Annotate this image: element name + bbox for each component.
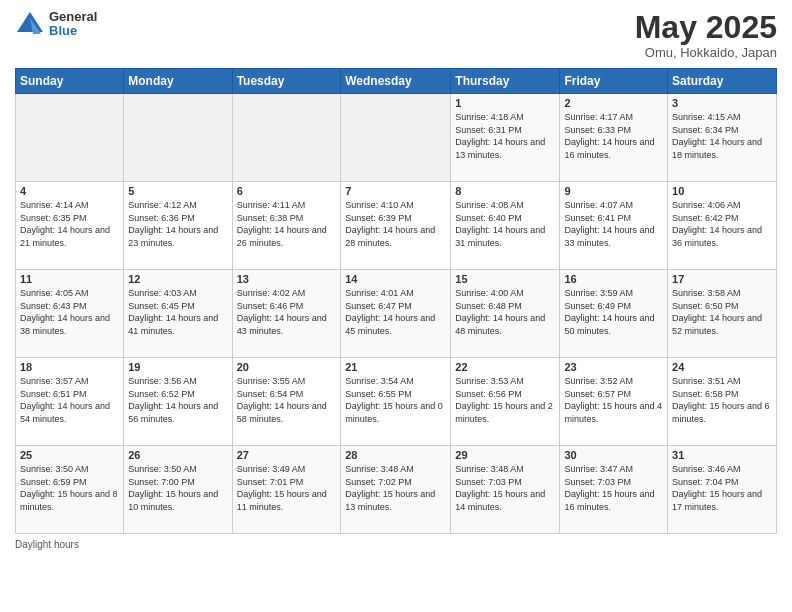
day-info: Sunrise: 4:15 AMSunset: 6:34 PMDaylight:… xyxy=(672,111,772,161)
day-cell-1: 1Sunrise: 4:18 AMSunset: 6:31 PMDaylight… xyxy=(451,94,560,182)
day-number: 20 xyxy=(237,361,337,373)
day-cell-27: 27Sunrise: 3:49 AMSunset: 7:01 PMDayligh… xyxy=(232,446,341,534)
day-cell-22: 22Sunrise: 3:53 AMSunset: 6:56 PMDayligh… xyxy=(451,358,560,446)
day-number: 1 xyxy=(455,97,555,109)
day-info: Sunrise: 3:49 AMSunset: 7:01 PMDaylight:… xyxy=(237,463,337,513)
day-info: Sunrise: 4:00 AMSunset: 6:48 PMDaylight:… xyxy=(455,287,555,337)
weekday-header-tuesday: Tuesday xyxy=(232,69,341,94)
day-number: 18 xyxy=(20,361,119,373)
calendar-title: May 2025 xyxy=(635,10,777,45)
weekday-header-thursday: Thursday xyxy=(451,69,560,94)
day-number: 22 xyxy=(455,361,555,373)
day-cell-20: 20Sunrise: 3:55 AMSunset: 6:54 PMDayligh… xyxy=(232,358,341,446)
day-info: Sunrise: 3:58 AMSunset: 6:50 PMDaylight:… xyxy=(672,287,772,337)
day-cell-4: 4Sunrise: 4:14 AMSunset: 6:35 PMDaylight… xyxy=(16,182,124,270)
daylight-label: Daylight hours xyxy=(15,539,79,550)
header: General Blue May 2025 Omu, Hokkaido, Jap… xyxy=(15,10,777,60)
day-info: Sunrise: 4:12 AMSunset: 6:36 PMDaylight:… xyxy=(128,199,227,249)
day-info: Sunrise: 4:07 AMSunset: 6:41 PMDaylight:… xyxy=(564,199,663,249)
day-cell-13: 13Sunrise: 4:02 AMSunset: 6:46 PMDayligh… xyxy=(232,270,341,358)
day-info: Sunrise: 3:50 AMSunset: 7:00 PMDaylight:… xyxy=(128,463,227,513)
day-number: 6 xyxy=(237,185,337,197)
day-info: Sunrise: 3:54 AMSunset: 6:55 PMDaylight:… xyxy=(345,375,446,425)
calendar-table: SundayMondayTuesdayWednesdayThursdayFrid… xyxy=(15,68,777,534)
title-block: May 2025 Omu, Hokkaido, Japan xyxy=(635,10,777,60)
day-cell-16: 16Sunrise: 3:59 AMSunset: 6:49 PMDayligh… xyxy=(560,270,668,358)
day-info: Sunrise: 4:08 AMSunset: 6:40 PMDaylight:… xyxy=(455,199,555,249)
day-info: Sunrise: 4:02 AMSunset: 6:46 PMDaylight:… xyxy=(237,287,337,337)
day-info: Sunrise: 4:17 AMSunset: 6:33 PMDaylight:… xyxy=(564,111,663,161)
logo: General Blue xyxy=(15,10,97,39)
day-cell-12: 12Sunrise: 4:03 AMSunset: 6:45 PMDayligh… xyxy=(124,270,232,358)
svg-marker-0 xyxy=(17,12,43,32)
day-number: 8 xyxy=(455,185,555,197)
day-info: Sunrise: 3:53 AMSunset: 6:56 PMDaylight:… xyxy=(455,375,555,425)
day-number: 26 xyxy=(128,449,227,461)
day-cell-2: 2Sunrise: 4:17 AMSunset: 6:33 PMDaylight… xyxy=(560,94,668,182)
day-number: 10 xyxy=(672,185,772,197)
day-info: Sunrise: 3:59 AMSunset: 6:49 PMDaylight:… xyxy=(564,287,663,337)
day-cell-26: 26Sunrise: 3:50 AMSunset: 7:00 PMDayligh… xyxy=(124,446,232,534)
day-cell-empty-0-1 xyxy=(124,94,232,182)
logo-blue-text: Blue xyxy=(49,24,97,38)
day-info: Sunrise: 3:56 AMSunset: 6:52 PMDaylight:… xyxy=(128,375,227,425)
day-cell-6: 6Sunrise: 4:11 AMSunset: 6:38 PMDaylight… xyxy=(232,182,341,270)
day-cell-31: 31Sunrise: 3:46 AMSunset: 7:04 PMDayligh… xyxy=(668,446,777,534)
day-cell-19: 19Sunrise: 3:56 AMSunset: 6:52 PMDayligh… xyxy=(124,358,232,446)
day-cell-8: 8Sunrise: 4:08 AMSunset: 6:40 PMDaylight… xyxy=(451,182,560,270)
day-cell-empty-0-0 xyxy=(16,94,124,182)
week-row-3: 11Sunrise: 4:05 AMSunset: 6:43 PMDayligh… xyxy=(16,270,777,358)
weekday-header-monday: Monday xyxy=(124,69,232,94)
weekday-header-saturday: Saturday xyxy=(668,69,777,94)
day-cell-5: 5Sunrise: 4:12 AMSunset: 6:36 PMDaylight… xyxy=(124,182,232,270)
day-number: 27 xyxy=(237,449,337,461)
logo-general-text: General xyxy=(49,10,97,24)
day-info: Sunrise: 4:18 AMSunset: 6:31 PMDaylight:… xyxy=(455,111,555,161)
day-number: 19 xyxy=(128,361,227,373)
day-number: 29 xyxy=(455,449,555,461)
day-number: 7 xyxy=(345,185,446,197)
day-info: Sunrise: 3:52 AMSunset: 6:57 PMDaylight:… xyxy=(564,375,663,425)
day-info: Sunrise: 3:55 AMSunset: 6:54 PMDaylight:… xyxy=(237,375,337,425)
day-number: 25 xyxy=(20,449,119,461)
day-cell-24: 24Sunrise: 3:51 AMSunset: 6:58 PMDayligh… xyxy=(668,358,777,446)
day-cell-15: 15Sunrise: 4:00 AMSunset: 6:48 PMDayligh… xyxy=(451,270,560,358)
day-cell-14: 14Sunrise: 4:01 AMSunset: 6:47 PMDayligh… xyxy=(341,270,451,358)
day-info: Sunrise: 4:10 AMSunset: 6:39 PMDaylight:… xyxy=(345,199,446,249)
day-cell-29: 29Sunrise: 3:48 AMSunset: 7:03 PMDayligh… xyxy=(451,446,560,534)
weekday-header-row: SundayMondayTuesdayWednesdayThursdayFrid… xyxy=(16,69,777,94)
day-info: Sunrise: 3:48 AMSunset: 7:03 PMDaylight:… xyxy=(455,463,555,513)
day-number: 23 xyxy=(564,361,663,373)
footer: Daylight hours xyxy=(15,539,777,550)
day-number: 4 xyxy=(20,185,119,197)
day-info: Sunrise: 3:48 AMSunset: 7:02 PMDaylight:… xyxy=(345,463,446,513)
day-info: Sunrise: 3:57 AMSunset: 6:51 PMDaylight:… xyxy=(20,375,119,425)
day-number: 24 xyxy=(672,361,772,373)
week-row-2: 4Sunrise: 4:14 AMSunset: 6:35 PMDaylight… xyxy=(16,182,777,270)
day-info: Sunrise: 3:51 AMSunset: 6:58 PMDaylight:… xyxy=(672,375,772,425)
week-row-4: 18Sunrise: 3:57 AMSunset: 6:51 PMDayligh… xyxy=(16,358,777,446)
day-number: 17 xyxy=(672,273,772,285)
day-number: 3 xyxy=(672,97,772,109)
day-cell-10: 10Sunrise: 4:06 AMSunset: 6:42 PMDayligh… xyxy=(668,182,777,270)
day-number: 9 xyxy=(564,185,663,197)
day-info: Sunrise: 3:50 AMSunset: 6:59 PMDaylight:… xyxy=(20,463,119,513)
day-cell-11: 11Sunrise: 4:05 AMSunset: 6:43 PMDayligh… xyxy=(16,270,124,358)
calendar-location: Omu, Hokkaido, Japan xyxy=(635,45,777,60)
day-number: 28 xyxy=(345,449,446,461)
day-info: Sunrise: 4:11 AMSunset: 6:38 PMDaylight:… xyxy=(237,199,337,249)
day-number: 12 xyxy=(128,273,227,285)
day-cell-empty-0-2 xyxy=(232,94,341,182)
day-cell-18: 18Sunrise: 3:57 AMSunset: 6:51 PMDayligh… xyxy=(16,358,124,446)
weekday-header-friday: Friday xyxy=(560,69,668,94)
day-cell-9: 9Sunrise: 4:07 AMSunset: 6:41 PMDaylight… xyxy=(560,182,668,270)
day-info: Sunrise: 4:03 AMSunset: 6:45 PMDaylight:… xyxy=(128,287,227,337)
day-info: Sunrise: 4:05 AMSunset: 6:43 PMDaylight:… xyxy=(20,287,119,337)
day-info: Sunrise: 4:01 AMSunset: 6:47 PMDaylight:… xyxy=(345,287,446,337)
day-cell-17: 17Sunrise: 3:58 AMSunset: 6:50 PMDayligh… xyxy=(668,270,777,358)
day-number: 31 xyxy=(672,449,772,461)
day-info: Sunrise: 4:06 AMSunset: 6:42 PMDaylight:… xyxy=(672,199,772,249)
day-cell-3: 3Sunrise: 4:15 AMSunset: 6:34 PMDaylight… xyxy=(668,94,777,182)
day-cell-30: 30Sunrise: 3:47 AMSunset: 7:03 PMDayligh… xyxy=(560,446,668,534)
day-number: 13 xyxy=(237,273,337,285)
